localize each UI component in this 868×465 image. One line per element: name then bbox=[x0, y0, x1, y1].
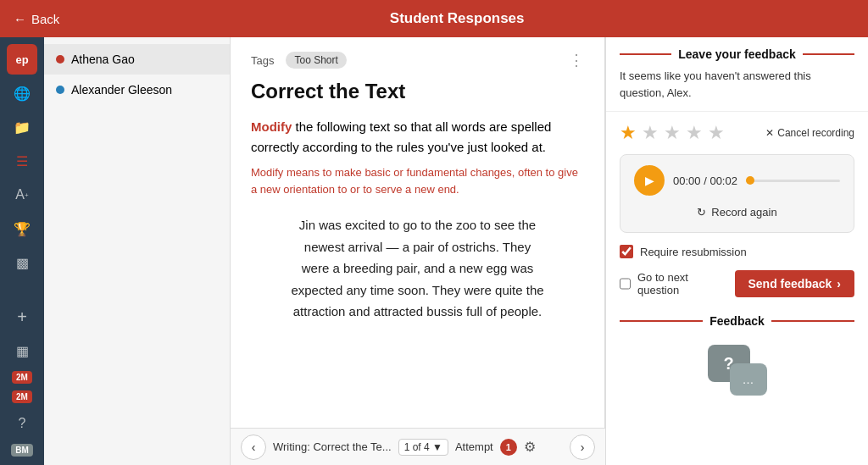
feedback-panel: Leave your feedback It seems like you ha… bbox=[605, 37, 868, 465]
go-next-label: Go to next question bbox=[637, 271, 715, 296]
attempt-badge: 1 bbox=[500, 439, 517, 456]
star-5[interactable]: ★ bbox=[708, 122, 725, 144]
badge-bm: BM bbox=[11, 444, 33, 457]
send-feedback-button[interactable]: Send feedback › bbox=[735, 270, 855, 297]
definition-text: Modify means to make basic or fundamenta… bbox=[251, 164, 584, 197]
globe-icon[interactable]: 🌐 bbox=[7, 78, 37, 108]
attempt-label: Attempt bbox=[455, 440, 493, 453]
instruction-text: the following text so that all words are… bbox=[251, 119, 551, 154]
student-item-athena[interactable]: Athena Gao bbox=[44, 44, 230, 75]
send-feedback-row: Go to next question Send feedback › bbox=[606, 263, 868, 304]
app-header: ← Back Student Responses bbox=[0, 0, 868, 37]
star-1[interactable]: ★ bbox=[620, 122, 637, 144]
record-again-button[interactable]: ↻ Record again bbox=[634, 202, 840, 222]
too-short-tag[interactable]: Too Short bbox=[286, 52, 346, 69]
app-logo-icon: ep bbox=[7, 44, 37, 75]
page-info: 1 of 4 bbox=[404, 441, 430, 453]
prev-nav-button[interactable]: ‹ bbox=[241, 435, 266, 460]
add-icon[interactable]: + bbox=[7, 302, 37, 332]
highlight-modify: Modify bbox=[251, 119, 292, 134]
tags-label: Tags bbox=[251, 54, 274, 67]
play-button[interactable]: ▶ bbox=[634, 165, 665, 196]
student-item-alexander[interactable]: Alexander Gleeson bbox=[44, 75, 230, 105]
star-2[interactable]: ★ bbox=[642, 122, 659, 144]
star-4[interactable]: ★ bbox=[686, 122, 703, 144]
feedback-section-title: Leave your feedback bbox=[678, 47, 796, 61]
tags-row: Tags Too Short ⋮ bbox=[251, 51, 584, 69]
question-title: Correct the Text bbox=[251, 80, 584, 103]
feedback-bottom-header: Feedback bbox=[606, 304, 868, 335]
back-label: Back bbox=[31, 12, 59, 26]
question-instruction: Modify the following text so that all wo… bbox=[251, 117, 584, 158]
back-arrow-icon: ← bbox=[14, 12, 26, 26]
next-nav-button[interactable]: › bbox=[570, 435, 595, 460]
grid-icon[interactable]: ▦ bbox=[7, 335, 37, 366]
unanswered-text: It seems like you haven't answered this … bbox=[606, 68, 868, 112]
feedback-icon-area: ? … bbox=[606, 335, 868, 406]
question-card: Tags Too Short ⋮ Correct the Text Modify… bbox=[231, 37, 605, 428]
badge-2m[interactable]: 2M bbox=[12, 371, 32, 384]
student-dot-athena bbox=[56, 55, 64, 64]
audio-player: ▶ 00:00 / 00:02 ↻ Record again bbox=[620, 154, 854, 233]
cancel-recording-label: Cancel recording bbox=[777, 127, 854, 139]
send-feedback-label: Send feedback bbox=[748, 277, 832, 291]
nav-writing-label: Writing: Correct the Te... bbox=[273, 440, 392, 453]
student-dot-alexander bbox=[56, 86, 64, 94]
trophy-icon[interactable]: 🏆 bbox=[7, 213, 37, 244]
bottom-line-right bbox=[771, 320, 854, 322]
audio-progress-bar[interactable] bbox=[746, 180, 840, 182]
settings-gear-icon[interactable]: ⚙ bbox=[524, 439, 536, 455]
badge-2m-red[interactable]: 2M bbox=[12, 390, 32, 403]
list-icon[interactable]: ☰ bbox=[7, 146, 37, 176]
header-line-left bbox=[620, 53, 671, 55]
refresh-icon: ↻ bbox=[697, 206, 706, 219]
chat-bubbles-icon: ? … bbox=[708, 345, 767, 396]
more-options-icon[interactable]: ⋮ bbox=[569, 51, 584, 69]
font-icon[interactable]: A+ bbox=[7, 180, 37, 210]
passage-text: Jin was excited to go to the zoo to see … bbox=[291, 214, 545, 323]
bottom-nav: ‹ Writing: Correct the Te... 1 of 4 ▼ At… bbox=[231, 428, 605, 465]
cancel-recording-button[interactable]: ✕ Cancel recording bbox=[765, 127, 854, 139]
feedback-section-header: Leave your feedback bbox=[606, 37, 868, 68]
chevron-right-icon: › bbox=[837, 277, 841, 291]
icon-sidebar: ep 🌐 📁 ☰ A+ 🏆 ▩ + ▦ 2M 2M ? BM bbox=[0, 37, 44, 465]
star-3[interactable]: ★ bbox=[664, 122, 681, 144]
back-button[interactable]: ← Back bbox=[14, 12, 59, 26]
page-title: Student Responses bbox=[59, 10, 854, 27]
bottom-line-left bbox=[620, 320, 703, 322]
require-resubmission-row: Require resubmission bbox=[606, 240, 868, 263]
record-again-label: Record again bbox=[711, 206, 776, 219]
page-selector[interactable]: 1 of 4 ▼ bbox=[398, 439, 448, 456]
feedback-bottom-title: Feedback bbox=[709, 314, 765, 328]
main-layout: ep 🌐 📁 ☰ A+ 🏆 ▩ + ▦ 2M 2M ? BM Athena Ga… bbox=[0, 37, 868, 465]
bubble-secondary: … bbox=[730, 363, 767, 396]
help-icon[interactable]: ? bbox=[7, 408, 37, 439]
chart-icon[interactable]: ▩ bbox=[7, 247, 37, 278]
student-sidebar: Athena Gao Alexander Gleeson bbox=[44, 37, 231, 465]
student-name-alexander: Alexander Gleeson bbox=[71, 83, 172, 97]
audio-progress-dot bbox=[746, 176, 754, 185]
header-line-right bbox=[803, 53, 854, 55]
content-area: Tags Too Short ⋮ Correct the Text Modify… bbox=[231, 37, 605, 465]
folder-icon[interactable]: 📁 bbox=[7, 112, 37, 142]
star-rating-row: ★ ★ ★ ★ ★ ✕ Cancel recording bbox=[606, 112, 868, 154]
audio-controls: ▶ 00:00 / 00:02 bbox=[634, 165, 840, 196]
go-next-checkbox[interactable] bbox=[620, 277, 631, 291]
x-icon: ✕ bbox=[765, 127, 774, 139]
student-name-athena: Athena Gao bbox=[71, 53, 135, 66]
require-resubmission-checkbox[interactable] bbox=[620, 245, 633, 258]
require-resubmission-label: Require resubmission bbox=[640, 246, 747, 258]
current-time: 00:00 / 00:02 bbox=[673, 174, 737, 187]
go-next-row: Go to next question bbox=[606, 271, 715, 296]
